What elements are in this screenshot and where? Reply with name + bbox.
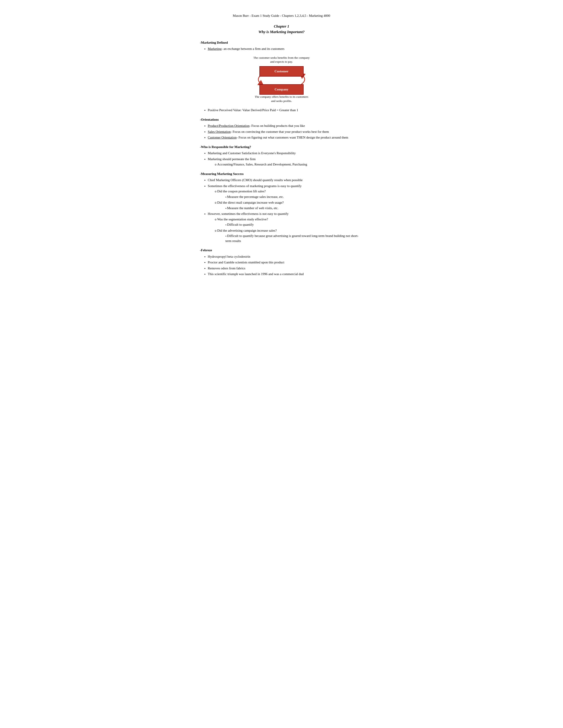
diagram-caption-bottom: The company offers benefits to its custo… — [255, 95, 309, 103]
orientations-list: Product/Production Orientation- Focus on… — [200, 123, 363, 140]
list-item-product-orientation: Product/Production Orientation- Focus on… — [208, 123, 363, 128]
section-heading-orientations: -Orientations — [200, 117, 363, 122]
difficult-quantify-text: Difficult to quantify — [227, 223, 254, 226]
subsublist-percentage: Measure the percentage sales increase, e… — [225, 194, 363, 199]
segmentation-subsublist: Difficult to quantify — [215, 222, 363, 227]
sublist-segmentation: Was the segmentation study effective? Di… — [215, 217, 363, 227]
exchange-diagram: The customer seeks benefits from the com… — [200, 56, 363, 103]
list-item-proctor: Proctor and Gamble scientists stumbled u… — [208, 260, 363, 265]
list-item-easy-quantify: Sometimes the effectiveness of marketing… — [208, 184, 363, 211]
measuring-list: Chief Marketing Officers (CMO) should qu… — [200, 178, 363, 243]
section-heading-who-responsible: -Who is Responsible for Marketing? — [200, 144, 363, 150]
segmentation-text: Was the segmentation study effective? — [217, 218, 268, 221]
ppv-list: Positive Perceived Value: Value Derived/… — [200, 108, 363, 113]
list-item-everyone: Marketing and Customer Satisfaction is E… — [208, 151, 363, 156]
subsublist-web-visits: Measure the number of web visits, etc. — [225, 206, 363, 211]
list-item-permeate: Marketing should permeate the firm Accou… — [208, 157, 363, 167]
section-heading-febreze: -Febreze — [200, 248, 363, 253]
coupon-subsublist: Measure the percentage sales increase, e… — [215, 194, 363, 199]
marketing-defined-list: Marketing- an exchange between a firm an… — [200, 46, 363, 51]
sublist-advertising: Did the advertising campaign increase sa… — [215, 228, 363, 244]
advertising-subsublist: Difficult to quantify because great adve… — [215, 233, 363, 243]
subsublist-difficult-quantify: Difficult to quantify — [225, 222, 363, 227]
list-item-sales-orientation: Sales Orientation- Focus on convincing t… — [208, 129, 363, 134]
section-marketing-defined: -Marketing Defined Marketing- an exchang… — [200, 40, 363, 113]
sublist-item-departments: Accounting/Finance, Sales, Research and … — [215, 162, 363, 167]
list-item-hard-quantify: However, sometimes the effectiveness is … — [208, 211, 363, 243]
customer-orientation-term: Customer Orientation — [208, 136, 236, 139]
section-heading-measuring: -Measuring Marketing Success — [200, 171, 363, 176]
marketing-term: Marketing — [208, 47, 221, 51]
header-text: Mason Burr - Exam 1 Study Guide - Chapte… — [233, 14, 330, 17]
section-orientations: -Orientations Product/Production Orienta… — [200, 117, 363, 140]
chapter-number: Chapter 1 — [200, 24, 363, 29]
chapter-subtitle: Why is Marketing Important? — [200, 29, 363, 35]
list-item-customer-orientation: Customer Orientation- Focus on figuring … — [208, 135, 363, 140]
proctor-text: Proctor and Gamble scientists stumbled u… — [208, 261, 285, 264]
coupon-text: Did the coupon promotion lift sales? — [217, 190, 266, 193]
section-febreze: -Febreze Hydroxpropyl beta cyclodextrin … — [200, 248, 363, 277]
permeate-text: Marketing should permeate the firm — [208, 157, 256, 161]
chapter-title: Chapter 1 Why is Marketing Important? — [200, 24, 363, 35]
difficult-advertising-text: Difficult to quantify because great adve… — [225, 234, 359, 243]
list-item-ppv: Positive Perceived Value: Value Derived/… — [208, 108, 363, 113]
easy-quantify-text: Sometimes the effectiveness of marketing… — [208, 184, 302, 188]
direct-mail-text: Did the direct mail campaign increase we… — [217, 201, 284, 204]
easy-quantify-sublist: Did the coupon promotion lift sales? Mea… — [208, 189, 363, 210]
ppv-text: Positive Perceived Value: Value Derived/… — [208, 108, 298, 112]
list-item-hydrox: Hydroxpropyl beta cyclodextrin — [208, 254, 363, 259]
sublist-direct-mail: Did the direct mail campaign increase we… — [215, 200, 363, 210]
section-measuring-success: -Measuring Marketing Success Chief Marke… — [200, 171, 363, 244]
product-orientation-term: Product/Production Orientation — [208, 124, 249, 128]
product-orientation-def: - Focus on building products that you li… — [249, 124, 305, 128]
febreze-list: Hydroxpropyl beta cyclodextrin Proctor a… — [200, 254, 363, 277]
company-box: Company — [259, 84, 304, 95]
sublist-coupon: Did the coupon promotion lift sales? Mea… — [215, 189, 363, 199]
sales-orientation-def: - Focus on convincing the customer that … — [231, 130, 329, 133]
everyone-text: Marketing and Customer Satisfaction is E… — [208, 151, 296, 155]
list-item-commercial-dud: This scientific triumph was launched in … — [208, 272, 363, 277]
percentage-text: Measure the percentage sales increase, e… — [227, 195, 284, 199]
customer-box: Customer — [259, 66, 304, 77]
cmo-text: Chief Marketing Officers (CMO) should qu… — [208, 178, 303, 182]
permeate-sublist: Accounting/Finance, Sales, Research and … — [208, 162, 363, 167]
marketing-def: - an exchange between a firm and its cus… — [221, 47, 285, 51]
odors-text: Removes odors from fabrics — [208, 266, 245, 270]
section-who-responsible: -Who is Responsible for Marketing? Marke… — [200, 144, 363, 167]
list-item-marketing: Marketing- an exchange between a firm an… — [208, 46, 363, 51]
web-visits-text: Measure the number of web visits, etc. — [227, 206, 278, 210]
hard-quantify-text: However, sometimes the effectiveness is … — [208, 212, 289, 216]
hydrox-text: Hydroxpropyl beta cyclodextrin — [208, 255, 250, 258]
list-item-odors: Removes odors from fabrics — [208, 266, 363, 271]
diagram-boxes-container: Customer Company — [253, 66, 310, 93]
customer-orientation-def: - Focus on figuring out what customers w… — [236, 136, 348, 139]
section-heading-marketing-defined: -Marketing Defined — [200, 40, 363, 45]
commercial-dud-text: This scientific triumph was launched in … — [208, 272, 304, 276]
who-responsible-list: Marketing and Customer Satisfaction is E… — [200, 151, 363, 167]
page-header: Mason Burr - Exam 1 Study Guide - Chapte… — [200, 13, 363, 18]
sales-orientation-term: Sales Orientation — [208, 130, 231, 133]
list-item-cmo: Chief Marketing Officers (CMO) should qu… — [208, 178, 363, 183]
advertising-text: Did the advertising campaign increase sa… — [217, 229, 276, 232]
direct-mail-subsublist: Measure the number of web visits, etc. — [215, 206, 363, 211]
hard-quantify-sublist: Was the segmentation study effective? Di… — [208, 217, 363, 244]
diagram-caption-top: The customer seeks benefits from the com… — [253, 56, 310, 64]
subsublist-difficult-advertising: Difficult to quantify because great adve… — [225, 233, 363, 243]
departments-text: Accounting/Finance, Sales, Research and … — [217, 163, 307, 166]
